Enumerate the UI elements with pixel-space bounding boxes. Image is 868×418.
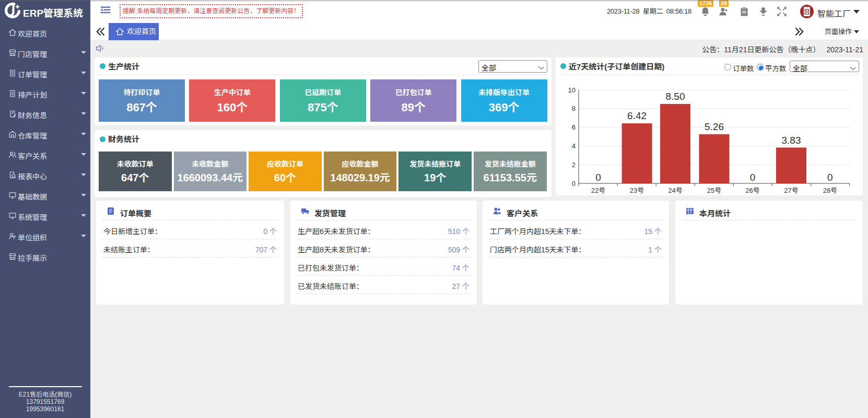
svg-text:26号: 26号 bbox=[745, 187, 759, 194]
svg-text:6.42: 6.42 bbox=[627, 110, 647, 121]
svg-text:22号: 22号 bbox=[591, 187, 605, 194]
svg-text:0: 0 bbox=[827, 172, 833, 183]
svg-text:5.26: 5.26 bbox=[705, 121, 724, 132]
svg-text:27号: 27号 bbox=[784, 187, 798, 194]
svg-text:0: 0 bbox=[595, 172, 601, 183]
svg-text:10: 10 bbox=[568, 86, 576, 94]
svg-text:0: 0 bbox=[750, 172, 756, 183]
svg-text:28号: 28号 bbox=[823, 187, 837, 194]
svg-text:8.50: 8.50 bbox=[666, 91, 685, 102]
svg-text:3.83: 3.83 bbox=[782, 135, 801, 146]
svg-text:8: 8 bbox=[572, 104, 576, 112]
svg-text:6: 6 bbox=[572, 123, 576, 131]
svg-text:4: 4 bbox=[572, 142, 576, 150]
svg-text:25号: 25号 bbox=[707, 187, 721, 194]
svg-text:24号: 24号 bbox=[668, 187, 682, 194]
svg-text:2: 2 bbox=[572, 161, 576, 169]
svg-text:0: 0 bbox=[572, 180, 576, 188]
svg-text:23号: 23号 bbox=[630, 187, 644, 194]
